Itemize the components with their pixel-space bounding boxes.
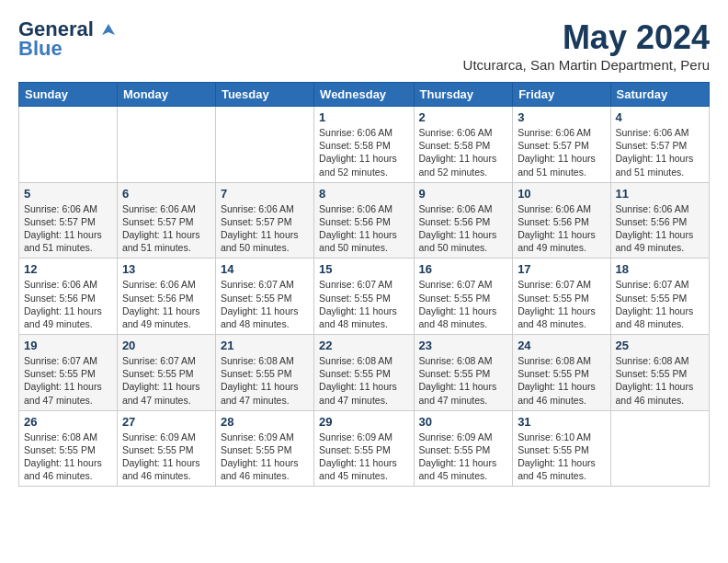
day-info: Sunrise: 6:07 AMSunset: 5:55 PMDaylight:… <box>221 278 309 330</box>
day-cell: 21Sunrise: 6:08 AMSunset: 5:55 PMDayligh… <box>215 335 313 411</box>
day-cell: 18Sunrise: 6:07 AMSunset: 5:55 PMDayligh… <box>610 259 709 335</box>
day-number: 12 <box>24 262 112 276</box>
day-info: Sunrise: 6:06 AMSunset: 5:57 PMDaylight:… <box>518 126 605 178</box>
day-cell <box>19 107 118 183</box>
day-info: Sunrise: 6:06 AMSunset: 5:56 PMDaylight:… <box>616 202 704 255</box>
day-number: 13 <box>122 262 210 276</box>
day-number: 16 <box>419 262 508 276</box>
day-number: 7 <box>221 187 309 201</box>
day-info: Sunrise: 6:06 AMSunset: 5:58 PMDaylight:… <box>419 126 508 178</box>
day-info: Sunrise: 6:06 AMSunset: 5:56 PMDaylight:… <box>319 202 408 255</box>
day-number: 30 <box>419 415 508 429</box>
day-cell: 1Sunrise: 6:06 AMSunset: 5:58 PMDaylight… <box>314 107 414 183</box>
week-row-3: 12Sunrise: 6:06 AMSunset: 5:56 PMDayligh… <box>19 259 710 335</box>
day-number: 29 <box>319 415 408 429</box>
day-number: 20 <box>122 339 210 352</box>
day-number: 19 <box>24 339 112 352</box>
day-cell: 25Sunrise: 6:08 AMSunset: 5:55 PMDayligh… <box>610 335 709 411</box>
day-number: 11 <box>616 187 704 201</box>
day-info: Sunrise: 6:06 AMSunset: 5:56 PMDaylight:… <box>518 202 605 255</box>
day-info: Sunrise: 6:06 AMSunset: 5:58 PMDaylight:… <box>319 126 408 178</box>
weekday-header-tuesday: Tuesday <box>215 83 313 107</box>
month-title: May 2024 <box>463 18 710 57</box>
day-number: 26 <box>24 415 112 429</box>
day-cell: 9Sunrise: 6:06 AMSunset: 5:56 PMDaylight… <box>414 182 513 259</box>
weekday-header-friday: Friday <box>513 83 610 107</box>
day-info: Sunrise: 6:06 AMSunset: 5:56 PMDaylight:… <box>122 278 210 330</box>
day-info: Sunrise: 6:06 AMSunset: 5:56 PMDaylight:… <box>24 278 112 330</box>
weekday-header-wednesday: Wednesday <box>314 83 414 107</box>
day-number: 4 <box>616 110 704 124</box>
day-cell: 8Sunrise: 6:06 AMSunset: 5:56 PMDaylight… <box>314 182 414 259</box>
day-cell: 10Sunrise: 6:06 AMSunset: 5:56 PMDayligh… <box>513 182 610 259</box>
weekday-header-monday: Monday <box>117 83 215 107</box>
day-number: 18 <box>616 262 704 276</box>
day-cell: 3Sunrise: 6:06 AMSunset: 5:57 PMDaylight… <box>513 107 610 183</box>
day-number: 10 <box>518 187 605 201</box>
calendar-table: SundayMondayTuesdayWednesdayThursdayFrid… <box>18 82 710 487</box>
day-info: Sunrise: 6:07 AMSunset: 5:55 PMDaylight:… <box>518 278 605 330</box>
day-info: Sunrise: 6:06 AMSunset: 5:57 PMDaylight:… <box>221 202 309 255</box>
weekday-header-saturday: Saturday <box>610 83 709 107</box>
week-row-2: 5Sunrise: 6:06 AMSunset: 5:57 PMDaylight… <box>19 182 710 259</box>
day-info: Sunrise: 6:07 AMSunset: 5:55 PMDaylight:… <box>319 278 408 330</box>
day-cell: 26Sunrise: 6:08 AMSunset: 5:55 PMDayligh… <box>19 410 118 487</box>
day-cell <box>610 410 709 487</box>
day-number: 21 <box>221 339 309 352</box>
day-info: Sunrise: 6:07 AMSunset: 5:55 PMDaylight:… <box>419 278 508 330</box>
day-info: Sunrise: 6:06 AMSunset: 5:56 PMDaylight:… <box>419 202 508 255</box>
day-info: Sunrise: 6:08 AMSunset: 5:55 PMDaylight:… <box>616 354 704 407</box>
day-cell: 29Sunrise: 6:09 AMSunset: 5:55 PMDayligh… <box>314 410 414 487</box>
day-number: 3 <box>518 110 605 124</box>
weekday-header-thursday: Thursday <box>414 83 513 107</box>
day-info: Sunrise: 6:10 AMSunset: 5:55 PMDaylight:… <box>518 431 605 483</box>
day-cell: 7Sunrise: 6:06 AMSunset: 5:57 PMDaylight… <box>215 182 313 259</box>
day-cell: 28Sunrise: 6:09 AMSunset: 5:55 PMDayligh… <box>215 410 313 487</box>
day-info: Sunrise: 6:08 AMSunset: 5:55 PMDaylight:… <box>319 354 408 407</box>
day-cell: 4Sunrise: 6:06 AMSunset: 5:57 PMDaylight… <box>610 107 709 183</box>
day-cell: 6Sunrise: 6:06 AMSunset: 5:57 PMDaylight… <box>117 182 215 259</box>
day-cell <box>117 107 215 183</box>
day-number: 9 <box>419 187 508 201</box>
day-number: 22 <box>319 339 408 352</box>
weekday-header-row: SundayMondayTuesdayWednesdayThursdayFrid… <box>19 83 710 107</box>
day-number: 1 <box>319 110 408 124</box>
day-cell: 14Sunrise: 6:07 AMSunset: 5:55 PMDayligh… <box>215 259 313 335</box>
logo-bird-icon <box>100 22 117 39</box>
title-block: May 2024 Utcurarca, San Martin Departmen… <box>463 18 710 73</box>
day-number: 28 <box>221 415 309 429</box>
day-info: Sunrise: 6:06 AMSunset: 5:57 PMDaylight:… <box>24 202 112 255</box>
day-number: 14 <box>221 262 309 276</box>
day-cell: 2Sunrise: 6:06 AMSunset: 5:58 PMDaylight… <box>414 107 513 183</box>
page-header: General Blue May 2024 Utcurarca, San Mar… <box>18 18 710 73</box>
week-row-1: 1Sunrise: 6:06 AMSunset: 5:58 PMDaylight… <box>19 107 710 183</box>
day-info: Sunrise: 6:07 AMSunset: 5:55 PMDaylight:… <box>24 354 112 407</box>
day-info: Sunrise: 6:09 AMSunset: 5:55 PMDaylight:… <box>122 431 210 483</box>
day-cell: 12Sunrise: 6:06 AMSunset: 5:56 PMDayligh… <box>19 259 118 335</box>
day-info: Sunrise: 6:08 AMSunset: 5:55 PMDaylight:… <box>24 431 112 483</box>
day-cell: 11Sunrise: 6:06 AMSunset: 5:56 PMDayligh… <box>610 182 709 259</box>
day-number: 24 <box>518 339 605 352</box>
day-number: 23 <box>419 339 508 352</box>
day-number: 2 <box>419 110 508 124</box>
day-number: 15 <box>319 262 408 276</box>
day-cell: 31Sunrise: 6:10 AMSunset: 5:55 PMDayligh… <box>513 410 610 487</box>
day-info: Sunrise: 6:06 AMSunset: 5:57 PMDaylight:… <box>122 202 210 255</box>
day-info: Sunrise: 6:06 AMSunset: 5:57 PMDaylight:… <box>616 126 704 178</box>
day-info: Sunrise: 6:07 AMSunset: 5:55 PMDaylight:… <box>122 354 210 407</box>
day-number: 6 <box>122 187 210 201</box>
day-number: 17 <box>518 262 605 276</box>
svg-marker-0 <box>102 24 115 35</box>
day-cell: 27Sunrise: 6:09 AMSunset: 5:55 PMDayligh… <box>117 410 215 487</box>
day-cell: 30Sunrise: 6:09 AMSunset: 5:55 PMDayligh… <box>414 410 513 487</box>
day-info: Sunrise: 6:08 AMSunset: 5:55 PMDaylight:… <box>221 354 309 407</box>
day-cell: 16Sunrise: 6:07 AMSunset: 5:55 PMDayligh… <box>414 259 513 335</box>
day-cell: 17Sunrise: 6:07 AMSunset: 5:55 PMDayligh… <box>513 259 610 335</box>
day-number: 31 <box>518 415 605 429</box>
day-cell: 24Sunrise: 6:08 AMSunset: 5:55 PMDayligh… <box>513 335 610 411</box>
day-cell: 13Sunrise: 6:06 AMSunset: 5:56 PMDayligh… <box>117 259 215 335</box>
day-cell <box>215 107 313 183</box>
day-info: Sunrise: 6:08 AMSunset: 5:55 PMDaylight:… <box>419 354 508 407</box>
day-number: 25 <box>616 339 704 352</box>
day-info: Sunrise: 6:09 AMSunset: 5:55 PMDaylight:… <box>221 431 309 483</box>
